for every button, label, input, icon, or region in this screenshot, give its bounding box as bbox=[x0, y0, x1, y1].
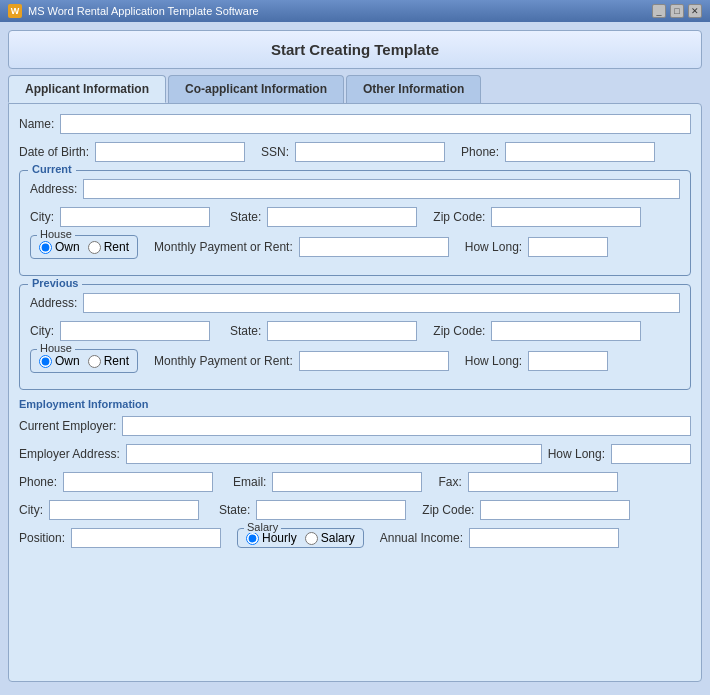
previous-state-input[interactable] bbox=[267, 321, 417, 341]
emp-zip-label: Zip Code: bbox=[422, 503, 474, 517]
emp-email-input[interactable] bbox=[272, 472, 422, 492]
previous-own-radio[interactable] bbox=[39, 355, 52, 368]
phone-label: Phone: bbox=[461, 145, 499, 159]
employer-address-input[interactable] bbox=[126, 444, 542, 464]
previous-house-group: House Own Rent bbox=[30, 349, 138, 373]
previous-address-row: Address: bbox=[30, 293, 680, 313]
current-state-label: State: bbox=[230, 210, 261, 224]
current-howlong-label: How Long: bbox=[465, 240, 522, 254]
annual-income-label: Annual Income: bbox=[380, 531, 463, 545]
emp-fax-label: Fax: bbox=[438, 475, 461, 489]
current-section: Current Address: City: State: Zip Code: … bbox=[19, 170, 691, 276]
current-howlong-input[interactable] bbox=[528, 237, 608, 257]
salary-radio[interactable] bbox=[305, 532, 318, 545]
current-zip-input[interactable] bbox=[491, 207, 641, 227]
employer-label: Current Employer: bbox=[19, 419, 116, 433]
previous-rent-label[interactable]: Rent bbox=[88, 354, 129, 368]
previous-house-row: House Own Rent Monthly Payment or Rent: … bbox=[30, 349, 680, 373]
dob-ssn-phone-row: Date of Birth: SSN: Phone: bbox=[19, 142, 691, 162]
previous-state-label: State: bbox=[230, 324, 261, 338]
current-house-label: House bbox=[37, 228, 75, 240]
employment-section: Employment Information Current Employer:… bbox=[19, 398, 691, 548]
emp-city-row: City: State: Zip Code: bbox=[19, 500, 691, 520]
previous-address-input[interactable] bbox=[83, 293, 680, 313]
current-monthly-input[interactable] bbox=[299, 237, 449, 257]
emp-fax-input[interactable] bbox=[468, 472, 618, 492]
salary-legend: Salary bbox=[244, 521, 281, 533]
phone-input[interactable] bbox=[505, 142, 655, 162]
emp-city-label: City: bbox=[19, 503, 43, 517]
annual-income-input[interactable] bbox=[469, 528, 619, 548]
emp-phone-label: Phone: bbox=[19, 475, 57, 489]
main-header: Start Creating Template bbox=[8, 30, 702, 69]
previous-howlong-label: How Long: bbox=[465, 354, 522, 368]
tabs: Applicant Information Co-applicant Infor… bbox=[8, 75, 702, 103]
current-house-group: House Own Rent bbox=[30, 235, 138, 259]
current-own-label[interactable]: Own bbox=[39, 240, 80, 254]
emp-position-input[interactable] bbox=[71, 528, 221, 548]
title-bar: W MS Word Rental Application Template So… bbox=[0, 0, 710, 22]
employer-address-label: Employer Address: bbox=[19, 447, 120, 461]
current-city-label: City: bbox=[30, 210, 54, 224]
previous-monthly-label: Monthly Payment or Rent: bbox=[154, 354, 293, 368]
emp-state-input[interactable] bbox=[256, 500, 406, 520]
current-state-input[interactable] bbox=[267, 207, 417, 227]
hourly-label[interactable]: Hourly bbox=[246, 531, 297, 545]
emp-howlong-label: How Long: bbox=[548, 447, 605, 461]
emp-zip-input[interactable] bbox=[480, 500, 630, 520]
tab-coapplicant[interactable]: Co-applicant Information bbox=[168, 75, 344, 103]
previous-section-label: Previous bbox=[28, 277, 82, 289]
name-input[interactable] bbox=[60, 114, 691, 134]
current-address-input[interactable] bbox=[83, 179, 680, 199]
hourly-radio[interactable] bbox=[246, 532, 259, 545]
previous-howlong-input[interactable] bbox=[528, 351, 608, 371]
emp-position-label: Position: bbox=[19, 531, 65, 545]
current-own-radio[interactable] bbox=[39, 241, 52, 254]
ssn-input[interactable] bbox=[295, 142, 445, 162]
maximize-button[interactable]: □ bbox=[670, 4, 684, 18]
emp-phone-row: Phone: Email: Fax: bbox=[19, 472, 691, 492]
current-zip-label: Zip Code: bbox=[433, 210, 485, 224]
minimize-button[interactable]: _ bbox=[652, 4, 666, 18]
tab-other[interactable]: Other Information bbox=[346, 75, 481, 103]
window-title: MS Word Rental Application Template Soft… bbox=[28, 5, 259, 17]
emp-phone-input[interactable] bbox=[63, 472, 213, 492]
current-rent-label[interactable]: Rent bbox=[88, 240, 129, 254]
salary-group: Salary Hourly Salary bbox=[237, 528, 364, 548]
previous-own-label[interactable]: Own bbox=[39, 354, 80, 368]
previous-monthly-input[interactable] bbox=[299, 351, 449, 371]
name-label: Name: bbox=[19, 117, 54, 131]
employer-address-row: Employer Address: How Long: bbox=[19, 444, 691, 464]
current-rent-radio[interactable] bbox=[88, 241, 101, 254]
previous-rent-radio[interactable] bbox=[88, 355, 101, 368]
previous-zip-label: Zip Code: bbox=[433, 324, 485, 338]
emp-state-label: State: bbox=[219, 503, 250, 517]
current-city-input[interactable] bbox=[60, 207, 210, 227]
app-container: Start Creating Template Applicant Inform… bbox=[0, 22, 710, 695]
title-bar-left: W MS Word Rental Application Template So… bbox=[8, 4, 259, 18]
previous-address-label: Address: bbox=[30, 296, 77, 310]
close-button[interactable]: ✕ bbox=[688, 4, 702, 18]
form-area: Name: Date of Birth: SSN: Phone: Current… bbox=[8, 103, 702, 682]
current-section-label: Current bbox=[28, 163, 76, 175]
emp-howlong-input[interactable] bbox=[611, 444, 691, 464]
dob-label: Date of Birth: bbox=[19, 145, 89, 159]
ssn-label: SSN: bbox=[261, 145, 289, 159]
previous-city-row: City: State: Zip Code: bbox=[30, 321, 680, 341]
emp-city-input[interactable] bbox=[49, 500, 199, 520]
name-row: Name: bbox=[19, 114, 691, 134]
app-icon: W bbox=[8, 4, 22, 18]
dob-input[interactable] bbox=[95, 142, 245, 162]
employer-input[interactable] bbox=[122, 416, 691, 436]
previous-zip-input[interactable] bbox=[491, 321, 641, 341]
previous-city-input[interactable] bbox=[60, 321, 210, 341]
title-bar-controls: _ □ ✕ bbox=[652, 4, 702, 18]
emp-position-row: Position: Salary Hourly Salary Annual In… bbox=[19, 528, 691, 548]
current-address-row: Address: bbox=[30, 179, 680, 199]
salary-option-label[interactable]: Salary bbox=[305, 531, 355, 545]
previous-section: Previous Address: City: State: Zip Code:… bbox=[19, 284, 691, 390]
current-monthly-label: Monthly Payment or Rent: bbox=[154, 240, 293, 254]
previous-house-label: House bbox=[37, 342, 75, 354]
previous-city-label: City: bbox=[30, 324, 54, 338]
tab-applicant[interactable]: Applicant Information bbox=[8, 75, 166, 103]
